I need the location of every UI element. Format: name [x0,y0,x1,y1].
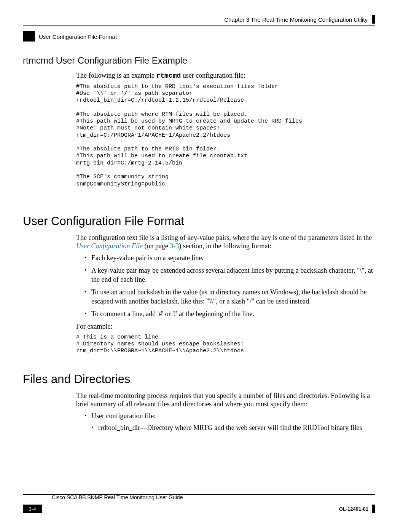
intro-post: user configuration file: [181,72,245,79]
subheader-text: User Configuration File Format [39,33,117,40]
page-header: Chapter 3 The Real-Time Monitoring Confi… [23,15,375,26]
bullets-format: Each key-value pair is on a separate lin… [84,254,375,318]
bullet-item: To comment a line, add '#' or '!' at the… [84,310,375,318]
code-block-example2: # This is a comment line. # Directory na… [76,334,375,355]
files-paragraph: The real-time monitoring process require… [76,391,375,409]
footer-page: 3-4 [29,506,36,512]
bullet-item: To use an actual backslash in the value … [84,288,375,306]
page-footer: Cisco SCA BB SNMP Real Time Monitoring U… [23,494,375,513]
nested-bullet-item: rrdtool_bin_dir—Directory where MRTG and… [91,423,375,432]
heading-example: rtmcmd User Configuration File Example [23,55,375,66]
code-block-example1: #The absolute path to the RRD tool's exe… [76,83,375,188]
footer-row: 3-4 OL-12491-01 [23,505,375,513]
header-bar-icon [372,15,375,24]
bullet-item: User configuration file: rrdtool_bin_dir… [84,412,375,433]
bullets-files: User configuration file: rrdtool_bin_dir… [84,412,375,433]
footer-page-box: 3-4 [23,505,42,513]
for-example: For example: [76,322,375,331]
subheader: User Configuration File Format [23,31,375,42]
ucff-link[interactable]: User Configuration File [76,242,143,250]
ucff-pageref[interactable]: 3-3 [170,242,179,250]
ucff-post: ) section, in the following format: [179,242,271,250]
ucff-paragraph: The configuration text file is a listing… [76,233,375,251]
intro-pre: The following is an example [76,72,156,79]
subheader-box-icon [23,31,35,42]
bullet-item: A key-value pair may be extended across … [84,266,375,284]
bullet-item: Each key-value pair is on a separate lin… [84,254,375,262]
intro-paragraph: The following is an example rtmcmd user … [76,71,375,80]
heading-ucff: User Configuration File Format [23,214,375,228]
intro-code: rtmcmd [156,72,181,80]
nested-bullets: rrdtool_bin_dir—Directory where MRTG and… [91,423,375,432]
files-bullet1: User configuration file: [91,412,156,420]
footer-right: OL-12491-01 [339,505,375,513]
header-chapter: Chapter 3 The Real-Time Monitoring Confi… [224,16,368,23]
ucff-mid: (on page [143,242,170,250]
footer-docid: OL-12491-01 [339,506,368,512]
heading-files: Files and Directories [23,372,375,386]
footer-bar-icon [372,505,375,513]
ucff-pre: The configuration text file is a listing… [76,234,372,241]
footer-line: Cisco SCA BB SNMP Real Time Monitoring U… [23,494,375,501]
footer-title: Cisco SCA BB SNMP Real Time Monitoring U… [52,494,183,500]
